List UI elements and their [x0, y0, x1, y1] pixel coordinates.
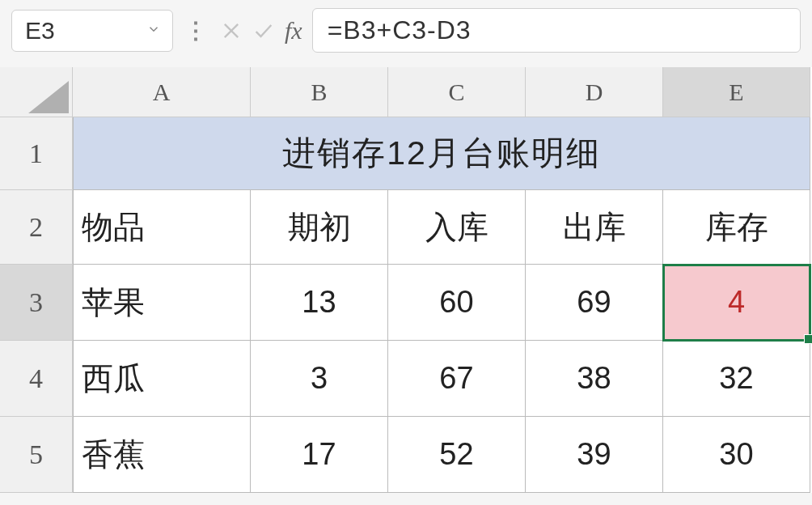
cell-A3[interactable]: 苹果: [73, 265, 251, 341]
cell-C4[interactable]: 67: [388, 341, 526, 417]
fx-icon[interactable]: fx: [285, 17, 302, 45]
cell-E3[interactable]: 4: [663, 265, 810, 341]
cell-D5[interactable]: 39: [526, 417, 663, 493]
cell-E4[interactable]: 32: [663, 341, 810, 417]
cell-C3[interactable]: 60: [388, 265, 526, 341]
cell-A5[interactable]: 香蕉: [73, 417, 251, 493]
name-box[interactable]: E3: [11, 10, 173, 52]
chevron-down-icon[interactable]: [146, 22, 161, 40]
formula-bar: E3 ⋮ fx =B3+C3-D3: [0, 0, 812, 61]
header-stock[interactable]: 库存: [663, 190, 810, 265]
row-header-1[interactable]: 1: [0, 117, 73, 190]
formula-input[interactable]: =B3+C3-D3: [312, 8, 801, 53]
spreadsheet-grid: A B C D E 1 进销存12月台账明细 2 物品 期初 入库 出库 库存 …: [0, 67, 812, 493]
row-header-2[interactable]: 2: [0, 190, 73, 265]
cell-D4[interactable]: 38: [526, 341, 663, 417]
col-header-B[interactable]: B: [251, 67, 388, 117]
enter-icon[interactable]: [252, 19, 275, 42]
row-header-4[interactable]: 4: [0, 341, 73, 417]
formula-bar-icons: fx: [218, 17, 304, 45]
header-in[interactable]: 入库: [388, 190, 526, 265]
col-header-A[interactable]: A: [73, 67, 251, 117]
header-out[interactable]: 出库: [526, 190, 663, 265]
cell-B4[interactable]: 3: [251, 341, 388, 417]
cell-C5[interactable]: 52: [388, 417, 526, 493]
cell-D3[interactable]: 69: [526, 265, 663, 341]
cell-B3[interactable]: 13: [251, 265, 388, 341]
col-header-D[interactable]: D: [526, 67, 663, 117]
header-item[interactable]: 物品: [73, 190, 251, 265]
cancel-icon[interactable]: [220, 19, 243, 42]
col-header-E[interactable]: E: [663, 67, 810, 117]
header-begin[interactable]: 期初: [251, 190, 388, 265]
cell-B5[interactable]: 17: [251, 417, 388, 493]
cell-A4[interactable]: 西瓜: [73, 341, 251, 417]
title-cell[interactable]: 进销存12月台账明细: [73, 117, 810, 190]
select-all-triangle[interactable]: [0, 67, 73, 117]
col-header-C[interactable]: C: [388, 67, 526, 117]
cell-E5[interactable]: 30: [663, 417, 810, 493]
name-box-value: E3: [25, 17, 55, 45]
row-header-5[interactable]: 5: [0, 417, 73, 493]
vertical-dots-icon[interactable]: ⋮: [181, 17, 210, 44]
row-header-3[interactable]: 3: [0, 265, 73, 341]
